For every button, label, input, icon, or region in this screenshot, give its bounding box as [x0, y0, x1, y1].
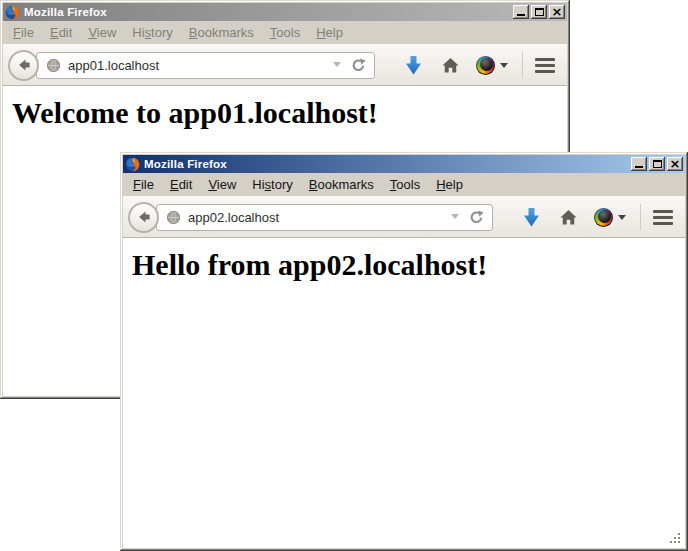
close-icon: × — [670, 159, 681, 169]
url-text[interactable]: app01.localhost — [68, 58, 329, 73]
menu-label-part: tory — [151, 25, 173, 40]
download-button[interactable] — [406, 56, 421, 75]
menu-label-part: ookmarks — [197, 25, 253, 40]
hamburger-icon — [653, 216, 673, 219]
menu-label-accel: E — [50, 25, 59, 40]
search-dark-core — [480, 58, 493, 71]
menu-button[interactable] — [535, 55, 555, 76]
home-button[interactable] — [560, 209, 577, 226]
minimize-icon — [635, 166, 643, 168]
menu-label-part: iew — [217, 177, 237, 192]
menu-label-part: ookmarks — [317, 177, 373, 192]
menu-item-edit[interactable]: Edit — [42, 23, 80, 42]
menu-item-bookmarks[interactable]: Bookmarks — [181, 23, 262, 42]
window-title: Mozilla Firefox — [144, 158, 631, 170]
back-button[interactable] — [8, 50, 39, 81]
titlebar[interactable]: Mozilla Firefox × — [3, 3, 567, 21]
home-button[interactable] — [442, 57, 459, 74]
menu-label-part: elp — [446, 177, 463, 192]
window-controls: × — [631, 157, 683, 171]
browser-window-app02: Mozilla Firefox × File Edit View History… — [120, 152, 688, 551]
menu-label-part: iew — [97, 25, 117, 40]
back-button[interactable] — [128, 202, 159, 233]
resize-grip[interactable] — [669, 532, 682, 545]
menu-label-part: ile — [21, 25, 34, 40]
url-bar[interactable]: app02.localhost — [156, 204, 493, 231]
toolbar-separator — [640, 204, 641, 230]
minimize-button[interactable] — [513, 5, 529, 19]
firefox-logo-icon — [125, 157, 140, 172]
page-heading: Hello from app02.localhost! — [132, 248, 685, 282]
menu-item-help[interactable]: Help — [428, 175, 471, 194]
menu-label-part: tory — [271, 177, 293, 192]
close-icon: × — [552, 7, 563, 17]
maximize-button[interactable] — [649, 157, 665, 171]
menu-item-tools[interactable]: Tools — [262, 23, 308, 42]
window-controls: × — [513, 5, 565, 19]
back-icon — [16, 57, 32, 73]
menu-item-tools[interactable]: Tools — [382, 175, 428, 194]
reload-icon[interactable] — [469, 210, 484, 225]
menu-button[interactable] — [653, 207, 673, 228]
menu-item-view[interactable]: View — [80, 23, 124, 42]
maximize-button[interactable] — [531, 5, 547, 19]
titlebar[interactable]: Mozilla Firefox × — [123, 155, 685, 173]
navigation-toolbar: app01.localhost — [3, 44, 567, 86]
menu-label-part: dit — [179, 177, 193, 192]
menu-label-part: ile — [141, 177, 154, 192]
maximize-icon — [653, 160, 662, 168]
url-dropdown-icon[interactable] — [333, 62, 341, 71]
page-heading: Welcome to app01.localhost! — [12, 96, 567, 130]
window-title: Mozilla Firefox — [24, 6, 513, 18]
site-identity-globe-icon[interactable] — [46, 58, 61, 73]
menu-label-part: dit — [59, 25, 73, 40]
menu-item-bookmarks[interactable]: Bookmarks — [301, 175, 382, 194]
menubar: File Edit View History Bookmarks Tools H… — [3, 21, 567, 44]
menu-item-help[interactable]: Help — [308, 23, 351, 42]
search-dropdown-icon[interactable] — [500, 63, 508, 72]
menu-item-file[interactable]: File — [125, 175, 162, 194]
hamburger-icon — [535, 64, 555, 67]
search-engine-icon — [594, 208, 613, 227]
close-button[interactable]: × — [549, 5, 565, 19]
minimize-icon — [517, 14, 525, 16]
firefox-logo-icon — [5, 5, 20, 20]
menu-label-accel: F — [13, 25, 21, 40]
maximize-icon — [535, 8, 544, 16]
menu-label-part: elp — [326, 25, 343, 40]
hamburger-icon — [535, 70, 555, 73]
search-dropdown-icon[interactable] — [618, 215, 626, 224]
menu-label-accel: H — [316, 25, 325, 40]
menu-label-part: Hi — [252, 177, 264, 192]
back-icon — [136, 209, 152, 225]
menu-label-accel: H — [436, 177, 445, 192]
menu-item-file[interactable]: File — [5, 23, 42, 42]
toolbar-separator — [522, 52, 523, 78]
search-engine-icon — [476, 56, 495, 75]
page-content-area: Hello from app02.localhost! — [123, 238, 685, 548]
menu-label-part: ools — [396, 177, 420, 192]
menu-item-history[interactable]: History — [244, 175, 300, 194]
hamburger-icon — [535, 58, 555, 61]
download-button[interactable] — [524, 208, 539, 227]
menu-item-view[interactable]: View — [200, 175, 244, 194]
menu-label-accel: F — [133, 177, 141, 192]
url-bar[interactable]: app01.localhost — [36, 52, 375, 79]
hamburger-icon — [653, 222, 673, 225]
search-engine-button[interactable] — [476, 56, 508, 75]
reload-icon[interactable] — [351, 58, 366, 73]
url-text[interactable]: app02.localhost — [188, 210, 447, 225]
menu-item-edit[interactable]: Edit — [162, 175, 200, 194]
site-identity-globe-icon[interactable] — [166, 210, 181, 225]
menu-label-part: Hi — [132, 25, 144, 40]
menu-label-accel: V — [208, 177, 216, 192]
search-dark-core — [598, 210, 611, 223]
menu-item-history[interactable]: History — [124, 23, 180, 42]
url-dropdown-icon[interactable] — [451, 214, 459, 223]
menu-label-accel: V — [88, 25, 96, 40]
menu-label-part: ools — [276, 25, 300, 40]
menubar: File Edit View History Bookmarks Tools H… — [123, 173, 685, 196]
search-engine-button[interactable] — [594, 208, 626, 227]
close-button[interactable]: × — [667, 157, 683, 171]
minimize-button[interactable] — [631, 157, 647, 171]
